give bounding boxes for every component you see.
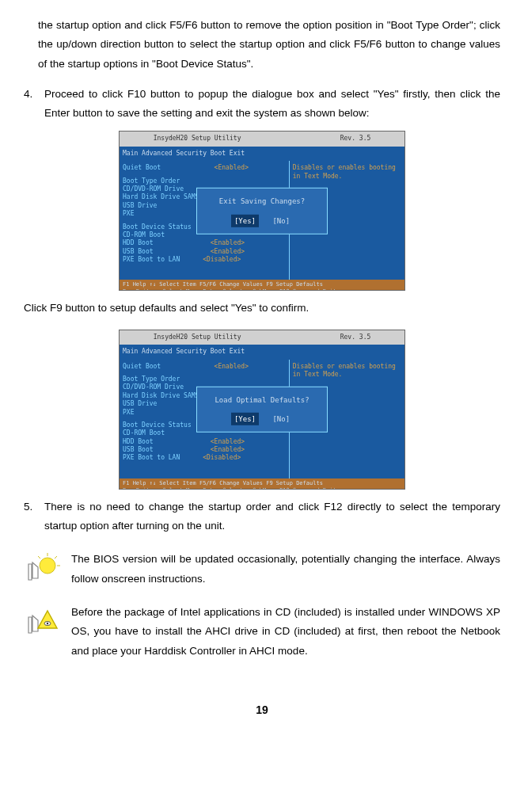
warning-note: Before the package of Intel applications… bbox=[24, 603, 500, 661]
step-5-number: 5. bbox=[24, 497, 44, 536]
exit-saving-dialog: Exit Saving Changes? [Yes] [No] bbox=[196, 188, 328, 234]
bios-screenshot-exit-save: InsydeH20 Setup Utility Rev. 3.5 Main Ad… bbox=[119, 131, 405, 291]
step-4: 4. Proceed to click F10 button to popup … bbox=[24, 85, 500, 124]
svg-point-0 bbox=[40, 558, 55, 574]
warning-hand-icon bbox=[24, 603, 62, 641]
bios-header-2: InsydeH20 Setup Utility Rev. 3.5 bbox=[120, 330, 404, 345]
bios-tabs: Main Advanced Security Boot Exit bbox=[120, 147, 404, 161]
load-defaults-dialog: Load Optimal Defaults? [Yes] [No] bbox=[196, 387, 328, 433]
dialog-no-button[interactable]: [No] bbox=[269, 214, 293, 227]
bios-tabs-2: Main Advanced Security Boot Exit bbox=[120, 345, 404, 359]
bios-footer-2: F1 Help ↑↓ Select Item F5/F6 Change Valu… bbox=[120, 478, 404, 490]
warning-note-text: Before the package of Intel applications… bbox=[71, 603, 500, 661]
svg-line-3 bbox=[38, 556, 40, 558]
dialog-no-button-2[interactable]: [No] bbox=[269, 413, 293, 425]
lightbulb-hand-icon bbox=[24, 550, 62, 588]
continued-paragraph: the startup option and click F5/F6 butto… bbox=[38, 16, 500, 74]
dialog-yes-button[interactable]: [Yes] bbox=[231, 214, 259, 227]
bios-screenshot-load-defaults: InsydeH20 Setup Utility Rev. 3.5 Main Ad… bbox=[119, 330, 405, 490]
step-4-number: 4. bbox=[24, 85, 44, 124]
step-4-text: Proceed to click F10 button to popup the… bbox=[44, 85, 500, 124]
svg-point-6 bbox=[47, 623, 48, 624]
page-number: 19 bbox=[24, 700, 500, 720]
bios-header: InsydeH20 Setup Utility Rev. 3.5 bbox=[120, 132, 404, 146]
bios-footer: F1 Help ↑↓ Select Item F5/F6 Change Valu… bbox=[120, 280, 404, 291]
step-5: 5. There is no need to change the startu… bbox=[24, 497, 500, 536]
svg-line-4 bbox=[55, 556, 57, 558]
dialog-yes-button-2[interactable]: [Yes] bbox=[231, 413, 259, 425]
tip-note-text: The BIOS version will be updated occasio… bbox=[71, 550, 500, 589]
step-5-text: There is no need to change the startup o… bbox=[44, 497, 500, 536]
f9-caption: Click F9 button to setup defaults and se… bbox=[24, 299, 500, 318]
tip-note: The BIOS version will be updated occasio… bbox=[24, 550, 500, 589]
